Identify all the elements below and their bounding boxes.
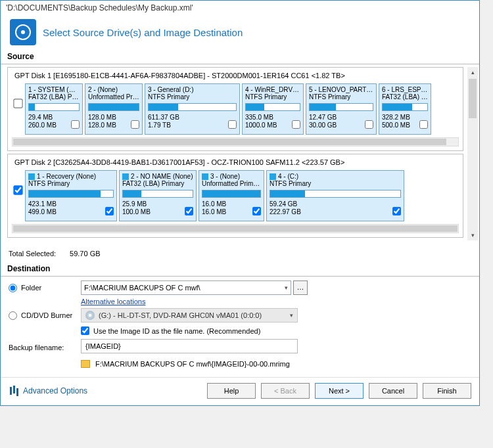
page-header: Select Source Drive(s) and Image Destina…	[1, 15, 479, 51]
partition-checkbox[interactable]	[419, 120, 428, 129]
window-title: 'D:\DOCUMENTS\Backup Schedules\My Backup…	[1, 1, 479, 15]
use-imageid-label: Use the Image ID as the file name. (Reco…	[93, 327, 260, 335]
partition-sizes: 328.2 MB500.0 MB	[382, 114, 410, 129]
browse-button[interactable]: …	[293, 280, 308, 295]
partition-checkbox[interactable]	[185, 207, 193, 215]
back-button[interactable]: < Back	[261, 383, 310, 399]
total-label: Total Selected:	[9, 250, 68, 258]
usage-bar	[309, 103, 373, 111]
partition-name: 1 - Recovery (None)	[28, 173, 114, 180]
partition[interactable]: 1 - Recovery (None)NTFS Primary423.1 MB4…	[25, 170, 117, 221]
partition-type: NTFS Primary	[28, 180, 114, 187]
usage-bar	[122, 190, 193, 198]
partition-name: 1 - SYSTEM (None)	[28, 86, 80, 93]
partition[interactable]: 2 - NO NAME (None)FAT32 (LBA) Primary25.…	[119, 170, 197, 221]
folder-combo[interactable]: F:\MACRIUM BACKUPS OF C mwf\ ▾	[81, 280, 291, 295]
partition-checkbox[interactable]	[105, 207, 114, 215]
usage-bar	[382, 103, 428, 111]
partition-checkbox[interactable]	[365, 120, 373, 129]
partition[interactable]: 4 - WinRE_DRV (None)NTFS Primary335.0 MB…	[242, 83, 304, 135]
disk-icon	[10, 19, 36, 45]
partition[interactable]: 2 - (None)Unformatted Primary128.0 MB128…	[85, 83, 143, 135]
partition[interactable]: 4 - (C:)NTFS Primary59.24 GB222.97 GB	[266, 170, 404, 221]
partition-name: 3 - General (D:)	[148, 86, 237, 93]
output-path: F:\MACRIUM BACKUPS OF C mwf\{IMAGEID}-00…	[81, 360, 290, 368]
source-section-label: Source	[1, 51, 479, 64]
partition-type: FAT32 (LBA) Primary	[122, 180, 193, 187]
partition[interactable]: 5 - LENOVO_PART (None)NTFS Primary12.47 …	[306, 83, 377, 135]
usage-bar	[270, 190, 401, 198]
destination-area: Folder F:\MACRIUM BACKUPS OF C mwf\ ▾ … …	[1, 277, 479, 372]
usage-bar	[245, 103, 300, 111]
partition-sizes: 59.24 GB222.97 GB	[270, 200, 301, 215]
partition-checkbox[interactable]	[252, 207, 261, 215]
usage-bar	[28, 103, 80, 111]
chevron-down-icon: ▾	[285, 284, 288, 291]
windows-icon	[122, 173, 129, 180]
alternative-locations-link[interactable]: Alternative locations	[81, 298, 145, 305]
app-window: 'D:\DOCUMENTS\Backup Schedules\My Backup…	[0, 0, 480, 406]
partition-checkbox[interactable]	[71, 120, 80, 129]
disk-title: GPT Disk 1 [E1695180-E1CB-4441-AF6A-F983…	[11, 69, 460, 83]
backup-filename-input[interactable]	[81, 339, 298, 353]
partition[interactable]: 3 - General (D:)NTFS Primary611.37 GB1.7…	[145, 83, 240, 135]
horizontal-scrollbar[interactable]	[12, 137, 459, 146]
scroll-up-icon[interactable]: ▴	[467, 67, 478, 78]
disk-block: GPT Disk 2 [C32625A4-3DD8-4419-BAB1-D361…	[7, 154, 463, 238]
partition-checkbox[interactable]	[228, 120, 237, 129]
partition-checkbox[interactable]	[131, 120, 139, 129]
partition-checkbox[interactable]	[392, 207, 401, 215]
partition-type: Unformatted Primary	[202, 180, 261, 187]
destination-section-label: Destination	[1, 263, 479, 277]
dvd-icon	[85, 311, 95, 320]
chevron-down-icon: ▾	[290, 312, 293, 319]
usage-bar	[28, 190, 114, 198]
partition-name: 5 - LENOVO_PART (None)	[309, 86, 373, 93]
horizontal-scrollbar[interactable]	[12, 224, 459, 233]
disk-block: GPT Disk 1 [E1695180-E1CB-4441-AF6A-F983…	[7, 67, 463, 151]
partition[interactable]: 1 - SYSTEM (None)FAT32 (LBA) Primary29.4…	[25, 83, 83, 135]
footer: Advanced Options Help < Back Next > Canc…	[1, 377, 479, 405]
finish-button[interactable]: Finish	[423, 383, 471, 399]
partition-type: NTFS Primary	[148, 93, 237, 101]
partition[interactable]: 3 - (None)Unformatted Primary16.0 MB16.0…	[199, 170, 264, 221]
partition-sizes: 335.0 MB1000.0 MB	[245, 114, 277, 129]
partition-checkbox[interactable]	[292, 120, 300, 129]
partition-type: Unformatted Primary	[88, 93, 139, 101]
burner-radio[interactable]	[9, 311, 17, 320]
partition-type: FAT32 (LBA) Primary	[382, 93, 428, 101]
partition-sizes: 12.47 GB30.00 GB	[309, 114, 337, 129]
advanced-options-link[interactable]: Advanced Options	[9, 386, 87, 396]
partition-name: 3 - (None)	[202, 173, 261, 180]
disk-checkbox[interactable]	[13, 185, 22, 194]
source-area: GPT Disk 1 [E1695180-E1CB-4441-AF6A-F983…	[1, 64, 479, 243]
total-value: 59.70 GB	[70, 250, 100, 258]
partition[interactable]: 6 - LRS_ESP (None)FAT32 (LBA) Primary328…	[379, 83, 431, 135]
partition-name: 2 - NO NAME (None)	[122, 173, 193, 180]
partition-list: 1 - Recovery (None)NTFS Primary423.1 MB4…	[25, 170, 460, 221]
help-button[interactable]: Help	[207, 383, 256, 399]
windows-icon	[28, 173, 35, 180]
partition-name: 4 - (C:)	[270, 173, 401, 180]
partition-name: 4 - WinRE_DRV (None)	[245, 86, 300, 93]
burner-radio-label: CD/DVD Burner	[21, 311, 72, 319]
vertical-scrollbar[interactable]: ▴ ▾	[467, 67, 478, 240]
disk-checkbox[interactable]	[13, 99, 22, 108]
burner-combo[interactable]: (G:) - HL-DT-ST, DVD-RAM GHC0N vMA01 (0:…	[81, 308, 298, 323]
folder-radio[interactable]	[9, 284, 17, 292]
next-button[interactable]: Next >	[315, 383, 364, 399]
partition-type: NTFS Primary	[245, 93, 300, 101]
scroll-down-icon[interactable]: ▾	[467, 230, 478, 240]
folder-icon	[81, 360, 90, 368]
partition-sizes: 29.4 MB260.0 MB	[28, 114, 57, 129]
partition-type: FAT32 (LBA) Primary	[28, 93, 80, 101]
use-imageid-checkbox[interactable]	[81, 326, 89, 335]
windows-icon	[270, 173, 276, 180]
folder-combo-value: F:\MACRIUM BACKUPS OF C mwf\	[84, 284, 200, 292]
windows-icon	[202, 173, 208, 180]
cancel-button[interactable]: Cancel	[369, 383, 417, 399]
usage-bar	[88, 103, 139, 111]
usage-bar	[202, 190, 261, 198]
backup-filename-label: Backup filename:	[9, 342, 81, 351]
total-selected: Total Selected: 59.70 GB	[1, 243, 479, 263]
